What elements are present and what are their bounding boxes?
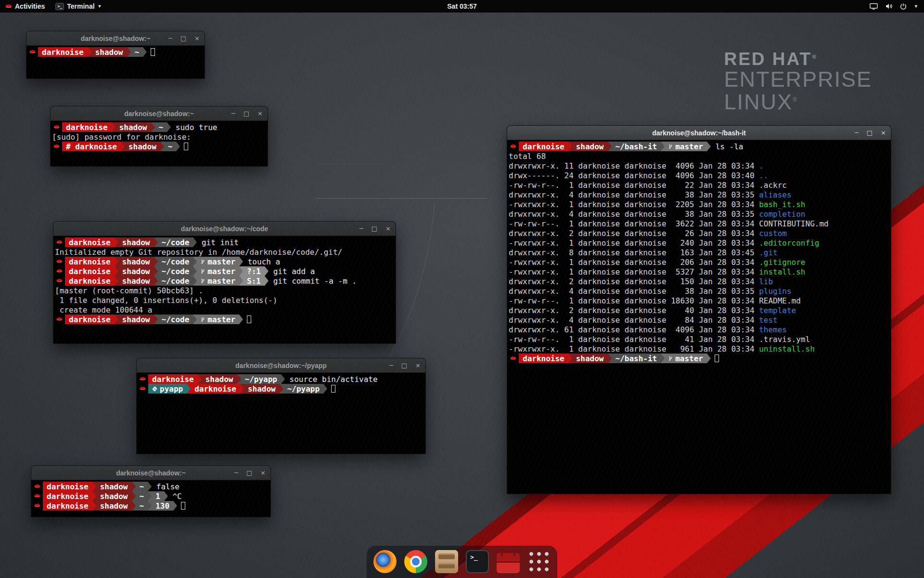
terminal-line: drwx------. 24 darknoise darknoise 4096 … bbox=[509, 171, 889, 180]
terminal-body[interactable]: darknoiseshadow~/pyapp source bin/activa… bbox=[137, 373, 425, 454]
prompt-segment-path: ~/code bbox=[158, 315, 193, 324]
terminal-line: -rw-rw-r--. 1 darknoise darknoise 22 Jan… bbox=[509, 180, 889, 190]
prompt-segment-user: darknoise bbox=[191, 384, 240, 394]
terminal-line: # darknoiseshadow~ bbox=[52, 142, 266, 151]
terminal-body[interactable]: darknoiseshadow~/code git initInitialize… bbox=[53, 236, 396, 343]
window-titlebar[interactable]: darknoise@shadow:~/code ─ □ × bbox=[53, 222, 396, 236]
redhat-icon bbox=[56, 269, 63, 274]
prompt-segment-user: darknoise bbox=[65, 315, 115, 324]
close-button[interactable]: × bbox=[257, 110, 263, 117]
powerline-arrow bbox=[707, 354, 711, 363]
directory-name: .. bbox=[759, 171, 768, 180]
brand-sub-enterprise: ENTERPRISE bbox=[724, 68, 872, 91]
app-menu-terminal[interactable]: >_ Terminal ▼ bbox=[50, 0, 107, 13]
prompt-segment-git: master bbox=[665, 142, 707, 151]
terminal-line: darknoiseshadow~/bash-itmaster ls -la bbox=[509, 142, 889, 151]
redhat-icon bbox=[34, 503, 40, 508]
prompt-segment-git: master bbox=[197, 315, 239, 324]
clock[interactable]: Sat 03:57 bbox=[442, 0, 481, 13]
close-button[interactable]: × bbox=[260, 470, 266, 476]
powerline-arrow bbox=[187, 384, 191, 394]
activities-button[interactable]: Activities bbox=[0, 0, 50, 13]
terminal-window: darknoise@shadow:~/pyapp ─ □ × darknoise… bbox=[136, 358, 426, 454]
brand-sub-linux: LINUX® bbox=[724, 91, 872, 114]
output-text: drwxrwxr-x. 4 darknoise darknoise 38 Jan… bbox=[509, 287, 759, 296]
minimize-button[interactable]: ─ bbox=[855, 130, 859, 136]
terminal-body[interactable]: darknoiseshadow~ sudo true[sudo] passwor… bbox=[51, 121, 268, 166]
window-titlebar[interactable]: darknoise@shadow:~ ─ □ × bbox=[51, 106, 268, 121]
prompt-segment-exit: 130 bbox=[152, 501, 173, 511]
command-text: sudo true bbox=[171, 123, 217, 132]
terminal-line: darknoiseshadow~/codemaster bbox=[55, 315, 394, 324]
minimize-button[interactable]: ─ bbox=[231, 110, 235, 117]
redhat-icon bbox=[34, 494, 40, 499]
maximize-button[interactable]: □ bbox=[246, 470, 252, 476]
powerline-arrow bbox=[239, 315, 243, 324]
powerline-arrow bbox=[239, 257, 243, 266]
prompt-segment-user: darknoise bbox=[65, 266, 115, 276]
close-button[interactable]: × bbox=[194, 35, 200, 41]
terminal-body[interactable]: darknoiseshadow~ bbox=[26, 46, 205, 79]
window-title: darknoise@shadow:~/code bbox=[181, 225, 268, 233]
redhat-icon bbox=[56, 317, 63, 322]
powerline-arrow bbox=[198, 374, 202, 384]
prompt-segment-host: shadow bbox=[96, 482, 132, 491]
chevron-down-icon: ▼ bbox=[98, 4, 102, 9]
maximize-button[interactable]: □ bbox=[401, 362, 407, 368]
prompt-segment-host: shadow bbox=[118, 237, 154, 247]
powerline-arrow bbox=[240, 384, 244, 394]
powerline-arrow bbox=[132, 491, 136, 501]
close-button[interactable]: × bbox=[385, 225, 391, 232]
output-text: Initialized empty Git repository in /hom… bbox=[55, 248, 342, 257]
output-text: -rwxrwxr-x. 1 darknoise darknoise 206 Ja… bbox=[509, 258, 759, 267]
terminal-line: create mode 100644 a bbox=[55, 305, 394, 315]
file-cabinet-icon[interactable] bbox=[435, 550, 458, 573]
rhel-branding: RED HAT® ENTERPRISE LINUX® bbox=[724, 50, 872, 114]
terminal-window: darknoise@shadow:~/bash-it ─ □ × darknoi… bbox=[507, 125, 891, 494]
terminal-body[interactable]: darknoiseshadow~/bash-itmaster ls -latot… bbox=[507, 140, 891, 494]
powerline-arrow bbox=[115, 266, 118, 276]
terminal-line: drwxrwxr-x. 4 darknoise darknoise 84 Jan… bbox=[509, 315, 889, 325]
toolbox-icon[interactable] bbox=[497, 553, 520, 573]
maximize-button[interactable]: □ bbox=[244, 110, 249, 117]
powerline-arrow bbox=[92, 491, 96, 501]
app-grid-icon[interactable] bbox=[527, 550, 551, 573]
firefox-icon[interactable] bbox=[373, 550, 397, 573]
minimize-button[interactable]: ─ bbox=[359, 225, 363, 232]
redhat-icon bbox=[34, 484, 40, 489]
maximize-button[interactable]: □ bbox=[372, 225, 377, 232]
prompt-segment-host: shadow bbox=[125, 142, 160, 151]
terminal-body[interactable]: darknoiseshadow~ falsedarknoiseshadow~1 … bbox=[31, 480, 270, 517]
terminal-dock-icon[interactable]: >_ bbox=[466, 550, 489, 573]
prompt-segment-host: shadow bbox=[96, 501, 132, 511]
close-button[interactable]: × bbox=[881, 130, 886, 136]
maximize-button[interactable]: □ bbox=[867, 130, 873, 136]
minimize-button[interactable]: ─ bbox=[389, 362, 393, 368]
system-menu[interactable]: ▼ bbox=[864, 0, 924, 13]
prompt-segment-gitstatus: S:1 bbox=[243, 276, 265, 286]
prompt-segment-host: shadow bbox=[96, 491, 132, 501]
prompt-segment-gitstatus: ?:1 bbox=[243, 266, 265, 276]
maximize-button[interactable]: □ bbox=[180, 35, 186, 41]
minimize-button[interactable]: ─ bbox=[168, 35, 172, 41]
minimize-button[interactable]: ─ bbox=[234, 470, 238, 476]
command-text: git add a bbox=[269, 267, 315, 276]
terminal-cursor bbox=[151, 48, 155, 56]
powerline-arrow bbox=[143, 47, 147, 57]
powerline-arrow bbox=[160, 142, 164, 151]
powerline-arrow bbox=[173, 501, 177, 511]
window-titlebar[interactable]: darknoise@shadow:~ ─ □ × bbox=[26, 31, 205, 46]
window-titlebar[interactable]: darknoise@shadow:~/bash-it ─ □ × bbox=[507, 126, 891, 140]
branch-icon bbox=[668, 356, 673, 361]
dock: >_ bbox=[367, 546, 557, 578]
powerline-arrow bbox=[661, 354, 665, 363]
desktop[interactable]: RED HAT® ENTERPRISE LINUX® darknoise@sha… bbox=[0, 0, 924, 578]
powerline-arrow bbox=[568, 142, 572, 151]
chrome-icon[interactable] bbox=[404, 550, 427, 573]
terminal-line: darknoiseshadow~/bash-itmaster bbox=[509, 354, 889, 363]
close-button[interactable]: × bbox=[415, 362, 421, 368]
window-titlebar[interactable]: darknoise@shadow:~ ─ □ × bbox=[31, 466, 270, 480]
prompt-segment-path: ~/bash-it bbox=[612, 142, 661, 151]
window-titlebar[interactable]: darknoise@shadow:~/pyapp ─ □ × bbox=[137, 358, 425, 373]
terminal-line: 1 file changed, 0 insertions(+), 0 delet… bbox=[55, 295, 394, 305]
